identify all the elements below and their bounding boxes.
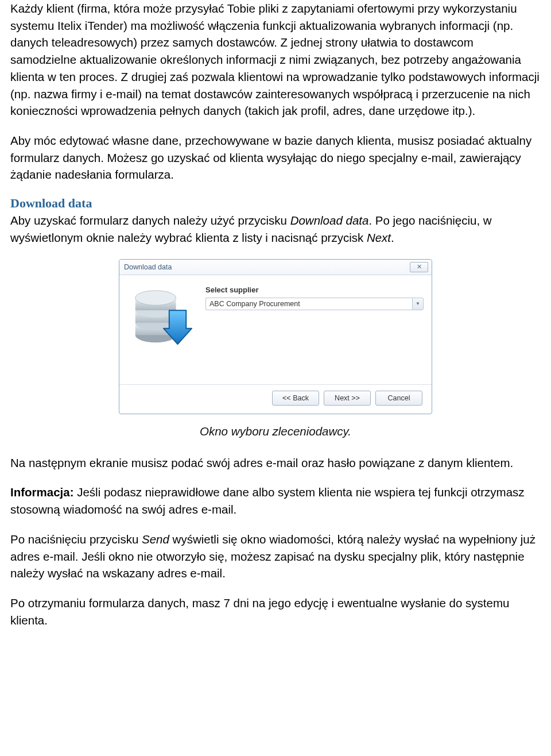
inline-label-next: Next <box>367 231 391 244</box>
paragraph-download-usage: Aby uzyskać formularz danych należy użyć… <box>10 212 541 246</box>
text-fragment: Jeśli podasz nieprawidłowe dane albo sys… <box>10 485 525 516</box>
next-button[interactable]: Next >> <box>324 391 371 406</box>
select-supplier-label: Select supplier <box>205 286 424 294</box>
cancel-button[interactable]: Cancel <box>375 391 422 406</box>
dialog-download-data: Download data ✕ <box>119 259 432 414</box>
inline-label-download-data: Download data <box>290 214 369 227</box>
text-fragment: . <box>391 231 394 244</box>
svg-point-6 <box>135 290 176 305</box>
close-icon: ✕ <box>417 263 422 271</box>
text-fragment: Po naciśnięciu przycisku <box>10 533 142 546</box>
chevron-down-icon[interactable]: ▼ <box>412 298 424 310</box>
dialog-title-bar: Download data ✕ <box>119 260 432 275</box>
paragraph-seven-days: Po otrzymaniu formularza danych, masz 7 … <box>10 595 541 628</box>
heading-download-data: Download data <box>10 196 541 211</box>
supplier-combobox[interactable]: ABC Company Procurement ▼ <box>205 298 424 310</box>
supplier-selected-value: ABC Company Procurement <box>205 298 412 310</box>
close-button[interactable]: ✕ <box>410 262 428 272</box>
text-fragment: Aby uzyskać formularz danych należy użyć… <box>10 214 290 227</box>
inline-label-send: Send <box>142 533 169 546</box>
paragraph-edit-info: Aby móc edytować własne dane, przechowyw… <box>10 132 541 183</box>
back-button[interactable]: << Back <box>272 391 319 406</box>
paragraph-information-note: Informacja: Jeśli podasz nieprawidłowe d… <box>10 484 541 518</box>
figure-caption: Okno wyboru zleceniodawcy. <box>10 425 541 438</box>
paragraph-next-screen: Na następnym ekranie musisz podać swój a… <box>10 454 541 472</box>
label-informacja: Informacja: <box>10 485 74 499</box>
paragraph-send: Po naciśnięciu przycisku Send wyświetli … <box>10 531 541 582</box>
paragraph-intro: Każdy klient (firma, która może przysyła… <box>10 0 541 119</box>
database-download-icon <box>127 283 195 351</box>
dialog-title-text: Download data <box>124 263 172 271</box>
